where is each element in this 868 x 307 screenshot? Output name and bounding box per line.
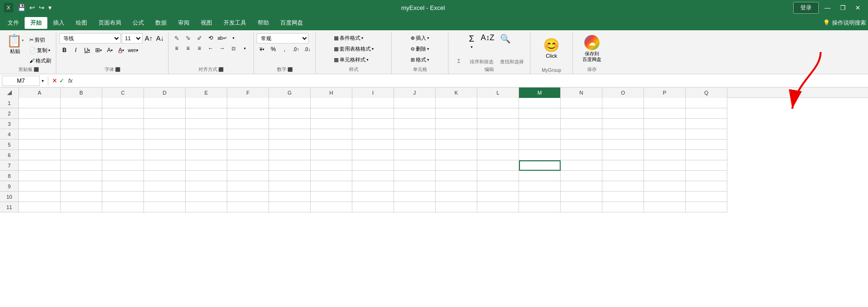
cell-J1[interactable] <box>394 98 436 108</box>
menu-file[interactable]: 文件 <box>2 17 25 29</box>
cell-O11[interactable] <box>602 202 644 212</box>
menu-data[interactable]: 数据 <box>150 17 172 29</box>
name-box-dropdown[interactable]: ▾ <box>42 79 44 83</box>
cell-H3[interactable] <box>311 119 352 129</box>
cell-E8[interactable] <box>186 171 227 181</box>
cell-D5[interactable] <box>144 140 186 150</box>
cell-M4[interactable] <box>519 129 561 140</box>
cell-I10[interactable] <box>352 192 394 202</box>
cell-A8[interactable] <box>19 171 61 181</box>
row-header-1[interactable]: 1 <box>0 98 19 108</box>
cell-J10[interactable] <box>394 192 436 202</box>
cell-B3[interactable] <box>61 119 102 129</box>
cell-C1[interactable] <box>102 98 144 108</box>
cell-F11[interactable] <box>227 202 269 212</box>
col-header-E[interactable]: E <box>186 88 227 98</box>
cell-F7[interactable] <box>227 160 269 171</box>
cell-M5[interactable] <box>519 140 561 150</box>
copy-button[interactable]: 📄 复制 ▾ <box>27 45 53 55</box>
col-header-C[interactable]: C <box>102 88 144 98</box>
cell-Q10[interactable] <box>686 192 727 202</box>
cell-O8[interactable] <box>602 171 644 181</box>
save-baidu-button[interactable]: ☁ 保存到百度网盘 <box>580 33 604 64</box>
cell-D4[interactable] <box>144 129 186 140</box>
cell-L10[interactable] <box>477 192 519 202</box>
delete-btn[interactable]: ⊖ 删除 ▾ <box>409 44 431 53</box>
cell-E10[interactable] <box>186 192 227 202</box>
number-expand-icon[interactable]: ⬛ <box>287 67 293 72</box>
cell-N2[interactable] <box>561 108 602 119</box>
menu-baidu[interactable]: 百度网盘 <box>275 17 309 29</box>
cell-B7[interactable] <box>61 160 102 171</box>
cell-L6[interactable] <box>477 150 519 160</box>
cell-I4[interactable] <box>352 129 394 140</box>
cell-H11[interactable] <box>311 202 352 212</box>
cell-G3[interactable] <box>269 119 311 129</box>
sort-filter-btn[interactable]: A↕Z <box>479 33 496 43</box>
cell-P7[interactable] <box>644 160 686 171</box>
menu-page-layout[interactable]: 页面布局 <box>93 17 127 29</box>
cell-H9[interactable] <box>311 181 352 192</box>
border-button[interactable]: ⊞▾ <box>93 45 104 55</box>
cell-K6[interactable] <box>436 150 477 160</box>
merge-dropdown-btn[interactable]: ▾ <box>240 44 250 53</box>
cell-O5[interactable] <box>602 140 644 150</box>
row-header-2[interactable]: 2 <box>0 108 19 119</box>
cell-G4[interactable] <box>269 129 311 140</box>
cell-C9[interactable] <box>102 181 144 192</box>
cell-Q4[interactable] <box>686 129 727 140</box>
cell-D10[interactable] <box>144 192 186 202</box>
cell-P3[interactable] <box>644 119 686 129</box>
cell-P9[interactable] <box>644 181 686 192</box>
cell-I3[interactable] <box>352 119 394 129</box>
cell-B5[interactable] <box>61 140 102 150</box>
cut-button[interactable]: ✂ 剪切 <box>27 35 53 44</box>
cell-K4[interactable] <box>436 129 477 140</box>
align-top-right-btn[interactable]: ⬃ <box>194 33 205 43</box>
name-box[interactable] <box>2 76 40 86</box>
cell-B10[interactable] <box>61 192 102 202</box>
row-header-5[interactable]: 5 <box>0 140 19 150</box>
cell-J6[interactable] <box>394 150 436 160</box>
cell-N5[interactable] <box>561 140 602 150</box>
menu-help[interactable]: 帮助 <box>252 17 275 29</box>
cell-H7[interactable] <box>311 160 352 171</box>
col-header-P[interactable]: P <box>644 88 686 98</box>
menu-insert[interactable]: 插入 <box>47 17 70 29</box>
cell-D9[interactable] <box>144 181 186 192</box>
cell-G8[interactable] <box>269 171 311 181</box>
format-btn[interactable]: ⊞ 格式 ▾ <box>409 55 431 64</box>
close-button[interactable]: ✕ <box>851 1 864 14</box>
cell-E7[interactable] <box>186 160 227 171</box>
cell-G9[interactable] <box>269 181 311 192</box>
cell-O4[interactable] <box>602 129 644 140</box>
italic-button[interactable]: I <box>71 45 81 55</box>
cell-K1[interactable] <box>436 98 477 108</box>
cell-M7[interactable] <box>519 160 561 171</box>
cell-B6[interactable] <box>61 150 102 160</box>
cell-D1[interactable] <box>144 98 186 108</box>
cell-F3[interactable] <box>227 119 269 129</box>
cell-B4[interactable] <box>61 129 102 140</box>
row-header-7[interactable]: 7 <box>0 160 19 171</box>
font-size-select[interactable]: 11 <box>122 33 143 44</box>
cell-P10[interactable] <box>644 192 686 202</box>
cell-P4[interactable] <box>644 129 686 140</box>
cell-N11[interactable] <box>561 202 602 212</box>
cell-L2[interactable] <box>477 108 519 119</box>
cell-F1[interactable] <box>227 98 269 108</box>
insert-btn[interactable]: ⊕ 插入 ▾ <box>409 33 431 43</box>
cell-B8[interactable] <box>61 171 102 181</box>
increase-indent-btn[interactable]: → <box>217 44 227 53</box>
cell-Q7[interactable] <box>686 160 727 171</box>
cell-F4[interactable] <box>227 129 269 140</box>
cell-D2[interactable] <box>144 108 186 119</box>
cell-A10[interactable] <box>19 192 61 202</box>
cell-Q5[interactable] <box>686 140 727 150</box>
cell-E9[interactable] <box>186 181 227 192</box>
save-quick-btn[interactable]: 💾 <box>16 3 27 12</box>
cell-N9[interactable] <box>561 181 602 192</box>
cell-I5[interactable] <box>352 140 394 150</box>
alignment-expand-icon[interactable]: ⬛ <box>218 67 224 72</box>
cell-I1[interactable] <box>352 98 394 108</box>
